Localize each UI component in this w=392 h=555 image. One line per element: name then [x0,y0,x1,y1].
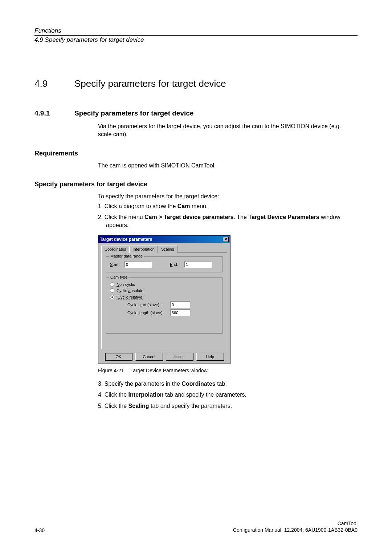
accept-button[interactable]: Accept [166,353,193,361]
specify-label: Specify parameters for target device [34,181,358,188]
figure-label: Figure 4-21 [98,368,124,373]
heading-1: 4.9 Specify parameters for target device [34,78,358,89]
header-title: Functions [34,27,358,35]
step-4: 4. Click the Interpolation tab and speci… [98,391,343,399]
dialog-title: Target device parameters [100,237,152,242]
cycle-start-label: Cycle start (slave): [127,303,170,307]
cycle-length-label: Cycle length (slave): [127,311,170,315]
requirements-label: Requirements [34,150,358,157]
step-5: 5. Click the Scaling tab and specify the… [98,402,343,410]
start-label: Start: [110,262,124,267]
help-button[interactable]: Help [196,353,224,361]
start-input[interactable] [124,261,152,268]
dialog-body: Coordinates Interpolation Scaling Master… [98,243,230,364]
target-device-parameters-dialog: Target device parameters ✕ Coordinates I… [98,235,230,364]
heading-1-text: Specify parameters for target device [74,78,226,89]
specify-intro: To specify the parameters for the target… [98,193,343,200]
tab-interpolation[interactable]: Interpolation [129,246,158,253]
group-cam-legend: Cam type [109,275,128,279]
dialog-screenshot: Target device parameters ✕ Coordinates I… [98,235,358,364]
steps-list: 1. Click a diagram to show the Cam menu.… [98,202,343,230]
figure-text: Target Device Parameters window [130,368,207,373]
ok-button[interactable]: OK [105,353,132,361]
cycle-length-input[interactable] [170,309,190,316]
cycle-start-input[interactable] [170,301,190,308]
group-master-legend: Master data range [109,254,144,258]
cycle-length-row: Cycle length (slave): [127,309,219,316]
step-2: 2. Click the menu Cam > Target device pa… [98,213,343,230]
radio-non-cyclic[interactable]: Non-cyclic [110,282,219,287]
radio-icon [110,288,114,293]
dialog-titlebar[interactable]: Target device parameters ✕ [98,236,230,243]
group-cam-type: Cam type Non-cyclic Cyclic absolute Cycl… [106,278,222,334]
radio-icon [110,295,114,299]
tab-coordinates[interactable]: Coordinates [101,246,129,253]
requirements-text: The cam is opened with SIMOTION CamTool. [98,162,343,170]
radio-cyclic-relative[interactable]: Cyclic relative [110,295,219,300]
tab-panel-coordinates: Master data range Start: End: Cam type [101,253,227,349]
footer-product: CamTool [233,520,358,527]
footer-right: CamTool Configuration Manual, 12.2004, 6… [233,520,358,533]
footer-doc-id: Configuration Manual, 12.2004, 6AU1900-1… [233,527,358,533]
end-label: End: [170,262,184,267]
dialog-button-row: OK Cancel Accept Help [101,353,227,361]
heading-2-text: Specify parameters for target device [74,109,193,117]
header-subtitle: 4.9 Specify parameters for target device [34,36,358,44]
steps-list-continued: 3. Specify the parameters in the Coordin… [98,380,343,410]
radio-icon [110,282,114,287]
page-footer: 4-30 CamTool Configuration Manual, 12.20… [34,520,358,533]
tab-strip: Coordinates Interpolation Scaling [101,245,227,253]
figure-caption: Figure 4-21 Target Device Parameters win… [98,368,358,373]
radio-cyclic-absolute-label: Cyclic absolute [117,288,143,293]
radio-cyclic-relative-label: Cyclic relative [117,295,143,300]
header-rule [34,35,358,36]
close-icon[interactable]: ✕ [223,237,229,242]
cycle-start-row: Cycle start (slave): [127,301,219,308]
page-number: 4-30 [34,527,45,533]
cancel-button[interactable]: Cancel [135,353,163,361]
heading-2-number: 4.9.1 [34,109,74,117]
heading-1-number: 4.9 [34,78,74,89]
radio-non-cyclic-label: Non-cyclic [117,282,135,287]
end-input[interactable] [184,261,212,268]
step-3: 3. Specify the parameters in the Coordin… [98,380,343,388]
tab-scaling[interactable]: Scaling [158,246,177,253]
page-header: Functions 4.9 Specify parameters for tar… [34,27,358,44]
group-master-data-range: Master data range Start: End: [106,256,222,272]
main-content: 4.9 Specify parameters for target device… [34,78,358,410]
radio-cyclic-absolute[interactable]: Cyclic absolute [110,288,219,293]
step-1: 1. Click a diagram to show the Cam menu. [98,202,343,210]
heading-2: 4.9.1 Specify parameters for target devi… [34,109,358,117]
intro-paragraph: Via the parameters for the target device… [98,122,343,139]
